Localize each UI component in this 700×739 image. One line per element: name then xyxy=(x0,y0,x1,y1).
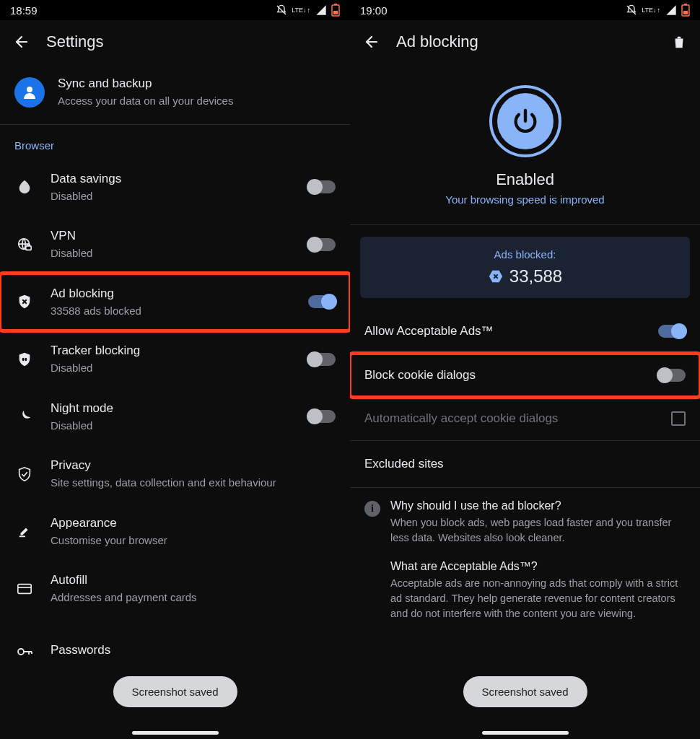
row-auto-accept-cookies: Automatically accept cookie dialogs xyxy=(350,397,700,441)
sync-row[interactable]: Sync and backup Access your data on all … xyxy=(0,64,350,125)
status-icons: LTE↓↑ xyxy=(276,4,340,17)
row-privacy[interactable]: Privacy Site settings, data collection a… xyxy=(0,445,350,503)
ads-blocked-card: Ads blocked: 33,588 xyxy=(360,237,690,298)
back-arrow-icon[interactable] xyxy=(13,33,30,51)
row-subtitle: Disabled xyxy=(51,246,292,261)
row-title: Autofill xyxy=(51,573,336,587)
svg-rect-11 xyxy=(684,4,687,5)
info-q: What are Acceptable Ads™? xyxy=(390,560,686,573)
row-title: Appearance xyxy=(51,516,336,530)
signal-icon xyxy=(315,4,327,16)
credit-card-icon xyxy=(14,579,35,599)
avatar-icon xyxy=(14,77,45,108)
shield-x-icon xyxy=(14,292,35,312)
page-title: Settings xyxy=(46,32,104,51)
svg-rect-5 xyxy=(26,246,31,250)
lte-icon: LTE↓↑ xyxy=(642,7,661,14)
key-icon xyxy=(14,642,35,662)
svg-rect-12 xyxy=(683,11,688,14)
svg-rect-8 xyxy=(18,584,31,593)
toggle[interactable] xyxy=(308,295,336,308)
power-button[interactable] xyxy=(489,85,561,157)
row-appearance[interactable]: Appearance Customise your browser xyxy=(0,503,350,561)
row-title: VPN xyxy=(51,229,292,243)
hero-title: Enabled xyxy=(496,170,554,189)
sync-subtitle: Access your data on all your devices xyxy=(58,94,233,108)
row-tracker-blocking[interactable]: Tracker blocking Disabled xyxy=(0,331,350,388)
status-icons: LTE↓↑ xyxy=(626,4,690,17)
row-title: Night mode xyxy=(51,401,292,416)
row-title: Privacy xyxy=(51,458,336,473)
row-passwords[interactable]: Passwords xyxy=(0,618,350,673)
row-subtitle: Disabled xyxy=(51,189,292,204)
brush-icon xyxy=(14,521,35,541)
svg-point-9 xyxy=(18,649,24,655)
status-time: 19:00 xyxy=(360,4,388,17)
toggle[interactable] xyxy=(308,353,336,366)
opt-label: Excluded sites xyxy=(364,457,444,471)
row-data-savings[interactable]: Data savings Disabled xyxy=(0,159,350,217)
sync-title: Sync and backup xyxy=(58,76,233,91)
back-arrow-icon[interactable] xyxy=(363,33,380,51)
toggle[interactable] xyxy=(308,410,336,423)
toggle[interactable] xyxy=(308,238,336,251)
row-vpn[interactable]: VPN Disabled xyxy=(0,216,350,274)
globe-lock-icon xyxy=(14,235,35,255)
info-item: What are Acceptable Ads™? Acceptable ads… xyxy=(390,560,686,621)
toggle[interactable] xyxy=(658,369,686,382)
toast: Screenshot saved xyxy=(113,676,237,707)
opt-label: Automatically accept cookie dialogs xyxy=(364,411,661,426)
opt-label: Allow Acceptable Ads™ xyxy=(364,324,648,338)
row-subtitle: Site settings, data collection and exit … xyxy=(51,476,336,490)
section-label-browser: Browser xyxy=(0,125,350,159)
row-block-cookie-dialogs[interactable]: Block cookie dialogs xyxy=(350,354,700,397)
moon-icon xyxy=(14,406,35,427)
row-subtitle: 33588 ads blocked xyxy=(51,304,292,318)
row-excluded-sites[interactable]: Excluded sites xyxy=(350,441,700,488)
row-subtitle: Disabled xyxy=(51,361,292,375)
trash-icon[interactable] xyxy=(671,34,687,50)
status-time: 18:59 xyxy=(10,4,38,17)
toggle[interactable] xyxy=(308,180,336,193)
row-title: Ad blocking xyxy=(51,287,292,301)
notifications-off-icon xyxy=(276,4,287,16)
left-screen: 18:59 LTE↓↑ Settings Sync and backup Acc… xyxy=(0,0,350,739)
nav-handle[interactable] xyxy=(132,731,219,735)
row-night-mode[interactable]: Night mode Disabled xyxy=(0,388,350,446)
leaf-icon xyxy=(14,177,35,197)
app-header: Settings xyxy=(0,20,350,64)
stat-label: Ads blocked: xyxy=(367,248,683,261)
status-bar: 18:59 LTE↓↑ xyxy=(0,0,350,20)
shield-check-icon xyxy=(14,464,35,484)
info-block: i Why should I use the ad blocker? When … xyxy=(350,488,700,636)
adblock-content: Enabled Your browsing speed is improved … xyxy=(350,64,700,739)
info-item: Why should I use the ad blocker? When yo… xyxy=(390,499,686,546)
row-allow-acceptable-ads[interactable]: Allow Acceptable Ads™ xyxy=(350,310,700,354)
info-icon: i xyxy=(364,501,380,517)
toggle[interactable] xyxy=(658,325,686,338)
row-subtitle: Addresses and payment cards xyxy=(51,590,336,605)
battery-icon xyxy=(681,4,690,17)
checkbox xyxy=(671,411,686,426)
nav-handle[interactable] xyxy=(482,731,569,735)
status-bar: 19:00 LTE↓↑ xyxy=(350,0,700,20)
svg-rect-2 xyxy=(333,11,338,14)
power-icon xyxy=(511,107,540,136)
row-ad-blocking[interactable]: Ad blocking 33588 ads blocked xyxy=(0,274,350,331)
right-screen: 19:00 LTE↓↑ Ad blocking Enabled Your bro… xyxy=(350,0,700,739)
stat-value: 33,588 xyxy=(509,266,562,287)
settings-content: Sync and backup Access your data on all … xyxy=(0,64,350,739)
toast: Screenshot saved xyxy=(463,676,587,707)
hero-subtitle: Your browsing speed is improved xyxy=(445,193,604,206)
lte-icon: LTE↓↑ xyxy=(292,7,311,14)
row-title: Data savings xyxy=(51,172,292,186)
row-title: Passwords xyxy=(51,643,336,657)
notifications-off-icon xyxy=(626,4,637,16)
svg-point-7 xyxy=(25,357,27,361)
info-a: When you block ads, web pages load faste… xyxy=(390,515,686,546)
row-autofill[interactable]: Autofill Addresses and payment cards xyxy=(0,560,350,618)
svg-rect-1 xyxy=(334,4,337,5)
hero: Enabled Your browsing speed is improved xyxy=(350,64,700,225)
signal-icon xyxy=(665,4,677,16)
opt-label: Block cookie dialogs xyxy=(364,368,648,382)
